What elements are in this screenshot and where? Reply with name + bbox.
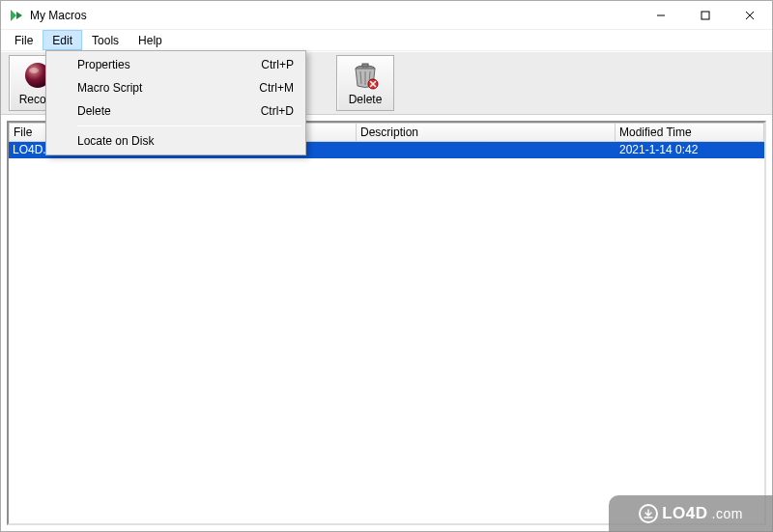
maximize-button[interactable] — [683, 1, 728, 29]
menuitem-shortcut: Ctrl+M — [259, 81, 294, 95]
svg-marker-0 — [11, 10, 16, 21]
delete-label: Delete — [349, 93, 383, 106]
window-title: My Macros — [30, 9, 639, 22]
trash-icon — [350, 60, 381, 91]
window-buttons — [639, 1, 772, 29]
menubar: File Edit Tools Help — [1, 30, 772, 51]
menu-file[interactable]: File — [5, 30, 43, 50]
minimize-button[interactable] — [639, 1, 683, 29]
download-icon — [639, 504, 658, 523]
menu-help[interactable]: Help — [129, 30, 172, 50]
app-icon — [9, 8, 24, 23]
content-area: File Description Modified Time LO4D.com … — [1, 115, 772, 531]
menu-tools[interactable]: Tools — [82, 30, 129, 50]
watermark-suffix: .com — [712, 506, 743, 521]
menuitem-shortcut: Ctrl+D — [261, 104, 294, 118]
menu-edit[interactable]: Edit — [43, 30, 82, 50]
menu-separator — [77, 126, 301, 126]
menuitem-label: Macro Script — [77, 81, 230, 95]
svg-rect-12 — [362, 64, 368, 67]
svg-rect-3 — [701, 12, 709, 19]
menuitem-locate-on-disk[interactable]: Locate on Disk — [48, 129, 303, 153]
list-rows: LO4D.com - Test 2021-1-14 0:42 — [9, 142, 764, 523]
menuitem-label: Properties — [77, 58, 232, 71]
svg-marker-1 — [16, 12, 22, 19]
delete-button[interactable]: Delete — [336, 55, 394, 111]
close-button[interactable] — [728, 1, 772, 29]
watermark: LO4D.com — [609, 495, 773, 532]
macro-list[interactable]: File Description Modified Time LO4D.com … — [7, 121, 766, 525]
cell-description — [357, 142, 616, 158]
menuitem-delete[interactable]: Delete Ctrl+D — [48, 99, 303, 123]
menuitem-shortcut: Ctrl+P — [261, 58, 294, 71]
cell-modified: 2021-1-14 0:42 — [616, 142, 764, 158]
edit-dropdown: Properties Ctrl+P Macro Script Ctrl+M De… — [45, 50, 306, 155]
menuitem-label: Locate on Disk — [77, 134, 265, 148]
menuitem-label: Delete — [77, 104, 232, 118]
menuitem-properties[interactable]: Properties Ctrl+P — [48, 53, 303, 76]
col-modified[interactable]: Modified Time — [616, 123, 764, 142]
col-description[interactable]: Description — [357, 123, 616, 142]
titlebar: My Macros — [1, 1, 772, 30]
watermark-text: LO4D — [662, 504, 707, 523]
menuitem-macro-script[interactable]: Macro Script Ctrl+M — [48, 76, 303, 99]
svg-point-7 — [29, 68, 39, 73]
